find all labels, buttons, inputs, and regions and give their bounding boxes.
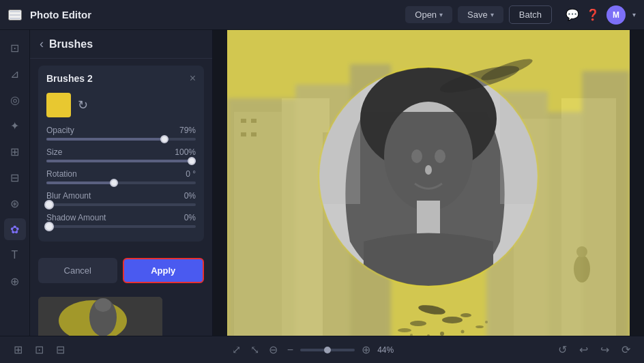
help-icon-button[interactable]: ❓ xyxy=(586,8,600,21)
apply-button[interactable]: Apply xyxy=(123,258,205,283)
panel-header: ‹ Brushes xyxy=(30,30,212,59)
brush-preview-row: ↻ xyxy=(46,93,196,117)
history-button[interactable]: ⟳ xyxy=(619,342,633,358)
canvas-svg xyxy=(227,30,630,336)
topbar-actions: Open ▾ Save ▾ Batch xyxy=(405,5,552,24)
opacity-label: Opacity xyxy=(46,126,74,135)
svg-point-41 xyxy=(440,332,444,336)
blur-slider-row: Blur Amount 0% xyxy=(46,191,196,206)
opacity-slider-track[interactable] xyxy=(46,138,196,141)
size-slider-track[interactable] xyxy=(46,160,196,162)
svg-point-28 xyxy=(435,149,445,163)
svg-rect-19 xyxy=(251,119,257,123)
svg-point-40 xyxy=(475,325,484,328)
close-card-button[interactable]: × xyxy=(190,72,196,85)
svg-point-39 xyxy=(398,328,411,332)
action-buttons: Cancel Apply xyxy=(30,258,212,291)
menu-button[interactable] xyxy=(8,10,22,20)
opacity-slider-row: Opacity 79% xyxy=(46,126,196,141)
thumbnail-inner xyxy=(38,297,162,336)
svg-point-45 xyxy=(485,321,488,323)
svg-point-38 xyxy=(460,313,471,317)
app-title: Photo Editor xyxy=(30,9,397,20)
svg-rect-30 xyxy=(417,201,440,235)
svg-point-29 xyxy=(425,165,432,175)
reset-view-button[interactable]: ↺ xyxy=(555,342,570,358)
zoom-slider-thumb[interactable] xyxy=(324,347,331,353)
brush-color-swatch[interactable] xyxy=(46,93,71,117)
size-label: Size xyxy=(46,147,62,157)
bottom-left-tools: ⊞ ⊡ ⊟ xyxy=(11,342,68,358)
topbar: Photo Editor Open ▾ Save ▾ Batch 💬 ❓ M ▾ xyxy=(0,0,644,30)
zoom-out-button[interactable]: ⊖ xyxy=(266,342,280,358)
brushes-card-title: Brushes 2 xyxy=(46,73,93,84)
avatar-caret-icon[interactable]: ▾ xyxy=(632,11,636,18)
sidebar-adjust-tool[interactable]: ⊿ xyxy=(4,63,26,85)
shadow-slider-thumb[interactable] xyxy=(44,222,54,231)
sidebar-layers-tool[interactable]: ⊟ xyxy=(4,166,26,188)
topbar-right-icons: 💬 ❓ M ▾ xyxy=(566,5,636,25)
canvas-wrapper xyxy=(227,30,630,336)
zoom-plus-button[interactable]: ⊕ xyxy=(359,342,373,358)
slice-button[interactable]: ⊡ xyxy=(32,342,46,358)
avatar[interactable]: M xyxy=(606,5,626,25)
svg-rect-18 xyxy=(241,119,246,123)
blur-label: Blur Amount xyxy=(46,191,91,201)
blur-slider-thumb[interactable] xyxy=(44,200,54,209)
save-caret-icon: ▾ xyxy=(491,11,494,18)
shadow-slider-track[interactable] xyxy=(46,225,196,228)
rotation-value: 0 ° xyxy=(186,169,196,179)
rotation-slider-track[interactable] xyxy=(46,182,196,184)
rotation-slider-fill xyxy=(46,182,114,184)
sidebar-text-tool[interactable]: T xyxy=(4,244,26,266)
sidebar-brush-tool[interactable]: ✿ xyxy=(4,218,26,240)
shadow-label: Shadow Amount xyxy=(46,213,106,222)
save-button[interactable]: Save ▾ xyxy=(458,6,503,23)
opacity-slider-fill xyxy=(46,138,164,141)
canvas-area[interactable] xyxy=(213,30,644,336)
brush-reset-button[interactable]: ↻ xyxy=(78,98,88,113)
cancel-button[interactable]: Cancel xyxy=(38,258,117,283)
rotation-slider-thumb[interactable] xyxy=(110,179,118,187)
size-slider-thumb[interactable] xyxy=(188,157,196,165)
zoom-value: 44% xyxy=(377,345,394,355)
rotation-label: Rotation xyxy=(46,169,77,179)
brushes-card: Brushes 2 × ↻ Opacity 79% xyxy=(38,66,204,242)
thumbnail-area xyxy=(38,297,204,336)
svg-rect-21 xyxy=(251,132,257,136)
sidebar-people-tool[interactable]: ⊛ xyxy=(4,192,26,214)
sidebar-crop-tool[interactable]: ⊞ xyxy=(4,141,26,162)
svg-point-43 xyxy=(461,330,465,334)
batch-button[interactable]: Batch xyxy=(509,5,552,24)
zoom-slider[interactable] xyxy=(300,349,355,351)
sidebar-sticker-tool[interactable]: ⊕ xyxy=(4,270,26,292)
blur-slider-track[interactable] xyxy=(46,203,196,206)
open-caret-icon: ▾ xyxy=(439,11,443,18)
brushes-card-header: Brushes 2 × xyxy=(46,72,196,85)
layers-button[interactable]: ⊞ xyxy=(11,342,25,358)
undo-button[interactable]: ↩ xyxy=(576,342,591,358)
zoom-minus-button[interactable]: − xyxy=(284,343,296,358)
svg-rect-14 xyxy=(282,98,330,336)
sidebar-eye-tool[interactable]: ◎ xyxy=(4,89,26,111)
bottom-toolbar: ⊞ ⊡ ⊟ ⤢ ⤡ ⊖ − ⊕ 44% ↺ ↩ ↪ ⟳ xyxy=(0,336,644,363)
svg-point-27 xyxy=(411,149,422,163)
fit-button[interactable]: ⤢ xyxy=(229,342,244,358)
size-slider-row: Size 100% xyxy=(46,147,196,162)
chat-icon-button[interactable]: 💬 xyxy=(566,8,579,21)
redo-button[interactable]: ↪ xyxy=(598,342,612,358)
svg-point-22 xyxy=(574,255,590,282)
sidebar-select-tool[interactable]: ⊡ xyxy=(4,37,26,59)
blur-value: 0% xyxy=(184,191,196,201)
sidebar-magic-tool[interactable]: ✦ xyxy=(4,115,26,136)
opacity-slider-thumb[interactable] xyxy=(160,135,169,143)
open-button[interactable]: Open ▾ xyxy=(405,6,452,23)
svg-rect-17 xyxy=(561,98,616,336)
canvas-thumbnail xyxy=(38,297,162,336)
back-button[interactable]: ‹ xyxy=(40,37,44,51)
size-value: 100% xyxy=(175,147,196,157)
fill-button[interactable]: ⤡ xyxy=(248,342,262,358)
thumbnail-svg xyxy=(38,297,162,336)
grid-button[interactable]: ⊟ xyxy=(53,342,68,358)
panel-title: Brushes xyxy=(49,38,93,50)
